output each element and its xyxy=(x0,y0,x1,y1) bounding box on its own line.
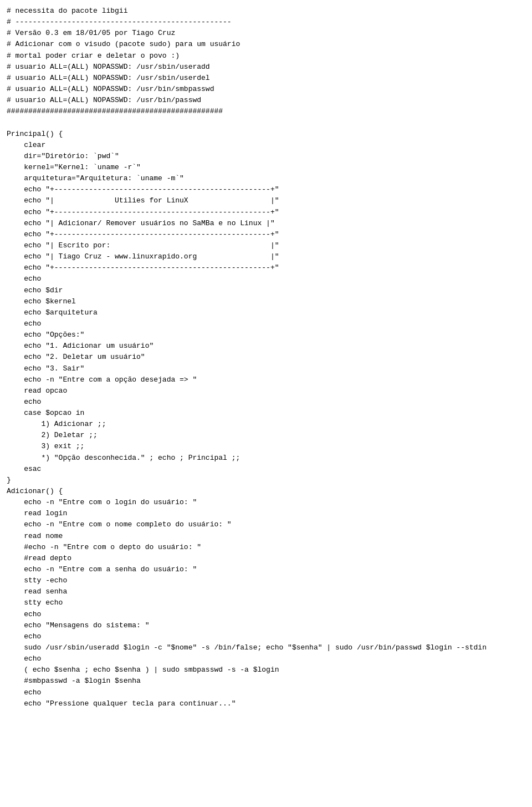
code-content: # necessita do pacote libgii # ---------… xyxy=(7,6,525,709)
